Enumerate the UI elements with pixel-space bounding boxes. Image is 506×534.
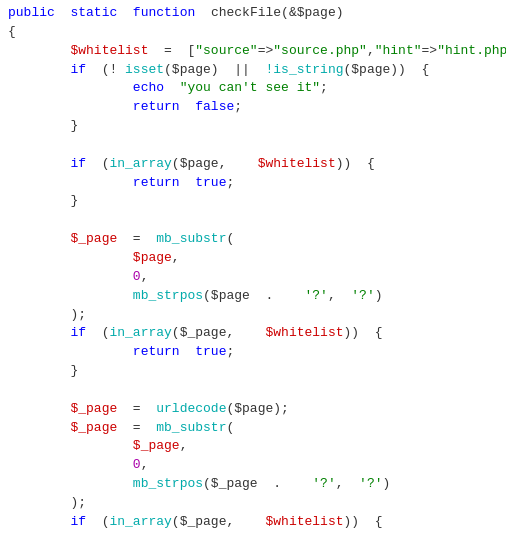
token (8, 98, 133, 117)
token: ($_page . (203, 475, 297, 494)
token: "hint" (375, 42, 422, 61)
code-line: return false; (0, 98, 506, 117)
token (8, 306, 70, 325)
code-line: mb_strpos($page . '?', '?') (0, 287, 506, 306)
token: "hint.php" (437, 42, 506, 61)
token: ($page . (203, 287, 289, 306)
token (8, 249, 133, 268)
code-line: { (0, 23, 506, 42)
token: $_page (70, 400, 117, 419)
code-line (0, 211, 506, 230)
token (195, 4, 211, 23)
token: = (117, 230, 156, 249)
token: $whitelist (250, 513, 344, 532)
token (8, 287, 133, 306)
token: ( (86, 513, 109, 532)
token (164, 79, 180, 98)
token: (&$page) (281, 4, 343, 23)
token: public (8, 4, 55, 23)
token: $_page (133, 437, 180, 456)
token: "you can't see it" (180, 79, 320, 98)
token (8, 400, 70, 419)
token: "source" (195, 42, 257, 61)
token: mb_substr (156, 230, 226, 249)
token: if (70, 155, 86, 174)
token: '?' (297, 475, 336, 494)
token: "source.php" (273, 42, 367, 61)
token: if (70, 61, 86, 80)
token (8, 79, 133, 98)
token: = (117, 419, 156, 438)
token (8, 117, 70, 136)
token: '?' (289, 287, 328, 306)
token: $whitelist (250, 324, 344, 343)
token: ( (226, 419, 234, 438)
token (8, 61, 70, 80)
token: $whitelist (70, 42, 148, 61)
token (8, 494, 70, 513)
token: checkFile (211, 4, 281, 23)
token (8, 437, 133, 456)
token: , (336, 475, 359, 494)
token (8, 42, 70, 61)
token: )) { (344, 324, 383, 343)
token: , (141, 456, 149, 475)
token: mb_strpos (133, 287, 203, 306)
code-line: mb_strpos($_page . '?', '?') (0, 475, 506, 494)
code-line (0, 381, 506, 400)
token: => (422, 42, 438, 61)
token: ($page, (172, 155, 242, 174)
token: if (70, 513, 86, 532)
token: in_array (109, 513, 171, 532)
code-line: if (! isset($page) || !is_string($page))… (0, 61, 506, 80)
token: mb_strpos (133, 475, 203, 494)
token: ($page)) { (344, 61, 430, 80)
code-line: return true; (0, 343, 506, 362)
code-line: if (in_array($_page, $whitelist)) { (0, 513, 506, 532)
code-line (0, 136, 506, 155)
token (180, 174, 196, 193)
token (180, 343, 196, 362)
code-block: public static function checkFile(&$page)… (0, 4, 506, 534)
token (8, 324, 70, 343)
token (8, 362, 70, 381)
token: )) { (344, 513, 383, 532)
token: static (70, 4, 117, 23)
token: function (133, 4, 195, 23)
token: ; (234, 98, 242, 117)
token: in_array (109, 155, 171, 174)
token: 0 (133, 456, 141, 475)
code-line: 0, (0, 268, 506, 287)
token: ( (226, 230, 234, 249)
token: = [ (148, 42, 195, 61)
code-line: $_page = urldecode($page); (0, 400, 506, 419)
token: $whitelist (242, 155, 336, 174)
code-line: echo "you can't see it"; (0, 79, 506, 98)
token: { (8, 23, 16, 42)
token: ($page); (226, 400, 288, 419)
code-line: if (in_array($page, $whitelist)) { (0, 155, 506, 174)
token: } (70, 362, 78, 381)
token (8, 419, 70, 438)
token: , (141, 268, 149, 287)
token (117, 4, 133, 23)
token (8, 155, 70, 174)
token: ) (383, 475, 391, 494)
token: return (133, 174, 180, 193)
code-line: $whitelist = ["source"=>"source.php","hi… (0, 42, 506, 61)
token: , (328, 287, 351, 306)
token: $_page (70, 230, 117, 249)
token: , (367, 42, 375, 61)
token: 0 (133, 268, 141, 287)
token (8, 268, 133, 287)
token: mb_substr (156, 419, 226, 438)
token: false (195, 98, 234, 117)
token: isset (125, 61, 164, 80)
token: '?' (359, 475, 382, 494)
token: , (180, 437, 188, 456)
token: in_array (109, 324, 171, 343)
token (8, 513, 70, 532)
token: )) { (336, 155, 375, 174)
token: } (70, 117, 78, 136)
token: ) (375, 287, 383, 306)
